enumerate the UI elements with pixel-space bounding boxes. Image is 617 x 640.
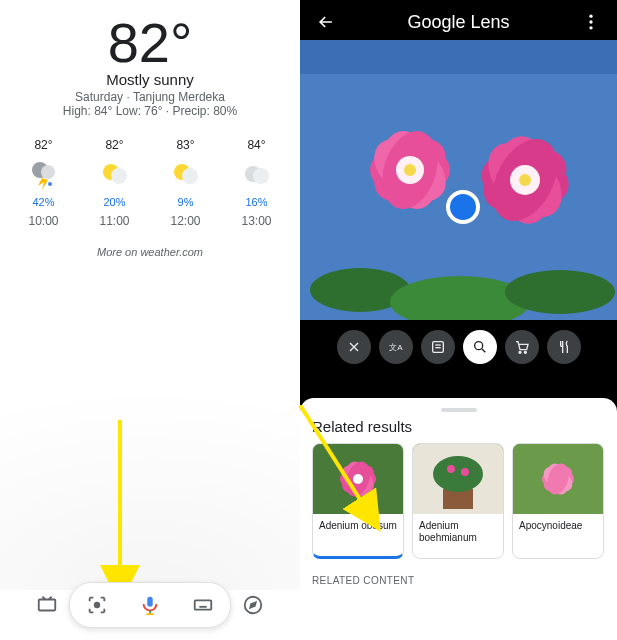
cloudy-icon [241,158,273,190]
svg-point-38 [404,164,416,176]
hour-slot[interactable]: 83° 9% 12:00 [156,138,216,228]
result-card[interactable]: Apocynoideae [512,443,604,559]
svg-point-1 [41,165,55,179]
result-card[interactable]: Adenium obesum [312,443,404,559]
svg-marker-23 [250,602,256,608]
result-thumb [513,444,603,514]
hour-slot[interactable]: 82° 20% 11:00 [85,138,145,228]
svg-marker-2 [38,178,48,190]
hour-time: 13:00 [241,214,271,228]
hour-time: 12:00 [170,214,200,228]
thunderstorm-icon [28,158,60,190]
svg-point-24 [589,15,592,18]
lens-mode-bar: 文A [300,320,617,374]
hour-precip: 42% [32,196,54,208]
hour-precip: 16% [245,196,267,208]
explore-icon[interactable] [241,593,265,617]
svg-point-13 [93,602,99,608]
hour-time: 10:00 [28,214,58,228]
hour-temp: 83° [176,138,194,152]
shopping-mode-icon[interactable] [505,330,539,364]
whats-on-screen-icon[interactable] [35,593,59,617]
more-weather-link[interactable]: More on weather.com [0,246,300,258]
condition-text: Mostly sunny [0,71,300,88]
hour-time: 11:00 [99,214,129,228]
text-mode-icon[interactable] [421,330,455,364]
lens-icon[interactable] [85,593,109,617]
svg-point-62 [353,474,363,484]
svg-text:文A: 文A [389,343,403,352]
hour-temp: 84° [247,138,265,152]
day-location: Saturday · Tanjung Merdeka [0,90,300,104]
lens-image[interactable] [300,40,617,320]
related-content-heading: RELATED CONTENT [312,575,605,586]
svg-point-53 [524,351,526,353]
svg-point-52 [519,351,521,353]
svg-point-66 [447,465,455,473]
hour-slot[interactable]: 84° 16% 13:00 [227,138,287,228]
result-card[interactable]: Adenium boehmianum [412,443,504,559]
results-heading: Related results [312,418,605,435]
result-label: Adenium obesum [313,514,403,556]
dining-mode-icon[interactable] [547,330,581,364]
svg-point-31 [505,270,615,314]
search-mode-icon[interactable] [463,330,497,364]
keyboard-icon[interactable] [191,593,215,617]
svg-point-67 [461,468,469,476]
assistant-bottom-bar [0,582,300,628]
assistant-glow [0,330,300,590]
results-sheet[interactable]: Related results Adenium obesum Adenium b… [300,398,617,640]
weather-panel: 82° Mostly sunny Saturday · Tanjung Merd… [0,0,300,640]
svg-rect-14 [147,597,153,607]
mic-icon[interactable] [138,593,162,617]
weather-stats: High: 84° Low: 76° · Precip: 80% [0,104,300,118]
svg-point-3 [48,182,52,186]
translate-mode-icon[interactable]: 文A [379,330,413,364]
close-mode-icon[interactable] [337,330,371,364]
hourly-forecast: 82° 42% 10:00 82° 20% 11:00 83° 9% 12:00… [0,138,300,228]
focus-dot-icon[interactable] [446,190,480,224]
svg-point-45 [519,174,531,186]
result-thumb [313,444,403,514]
svg-point-7 [182,168,198,184]
hour-precip: 9% [178,196,194,208]
svg-rect-12 [39,600,56,611]
hour-slot[interactable]: 82° 42% 10:00 [14,138,74,228]
svg-point-65 [433,456,483,492]
result-thumb [413,444,503,514]
result-cards: Adenium obesum Adenium boehmianum Apocyn… [312,443,605,559]
svg-point-25 [589,20,592,23]
partly-sunny-icon [170,158,202,190]
svg-rect-17 [195,600,212,609]
lens-title: Google Lens [407,12,509,33]
svg-line-51 [482,349,485,352]
hour-precip: 20% [103,196,125,208]
sheet-handle-icon[interactable] [441,408,477,412]
svg-point-9 [253,168,269,184]
hour-temp: 82° [34,138,52,152]
hour-temp: 82° [105,138,123,152]
svg-point-50 [474,342,482,350]
result-label: Adenium boehmianum [413,514,503,556]
back-icon[interactable] [314,10,338,34]
lens-panel: Google Lens [300,0,617,640]
assistant-input-pill [69,582,231,628]
more-icon[interactable] [579,10,603,34]
svg-point-26 [589,26,592,29]
svg-point-5 [111,168,127,184]
partly-sunny-icon [99,158,131,190]
result-label: Apocynoideae [513,514,603,556]
current-temperature: 82° [0,10,300,75]
